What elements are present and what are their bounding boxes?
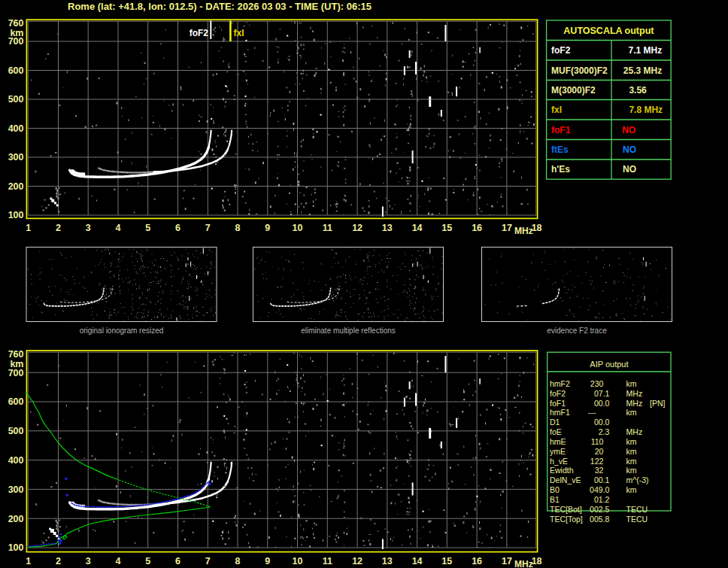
svg-text:[PN]: [PN]: [650, 399, 666, 408]
svg-text:MHz: MHz: [626, 427, 643, 436]
svg-text:7.8 MHz: 7.8 MHz: [629, 105, 663, 115]
svg-text:1: 1: [26, 223, 31, 233]
svg-text:5: 5: [145, 556, 150, 566]
svg-text:00.0: 00.0: [594, 399, 610, 408]
svg-text:NO: NO: [622, 125, 635, 135]
svg-text:Ewidth: Ewidth: [550, 466, 574, 475]
svg-text:14: 14: [412, 223, 423, 233]
svg-text:500: 500: [8, 426, 24, 436]
svg-text:MHz: MHz: [514, 559, 533, 568]
svg-text:km: km: [626, 379, 637, 388]
svg-text:18: 18: [532, 223, 542, 233]
svg-text:5: 5: [145, 223, 150, 233]
svg-text:122: 122: [590, 457, 604, 466]
svg-text:3: 3: [86, 223, 91, 233]
svg-text:foF1: foF1: [550, 399, 566, 408]
svg-text:fxI: fxI: [234, 28, 244, 38]
svg-text:TECU: TECU: [626, 515, 648, 524]
svg-text:DelN_vE: DelN_vE: [550, 475, 581, 484]
svg-text:evidence F2 trace: evidence F2 trace: [547, 327, 607, 335]
svg-text:700: 700: [8, 368, 24, 378]
svg-text:10: 10: [293, 223, 303, 233]
svg-text:6: 6: [175, 556, 180, 566]
svg-text:10: 10: [293, 556, 303, 566]
svg-text:300: 300: [8, 484, 24, 495]
svg-text:200: 200: [8, 181, 24, 192]
svg-text:3: 3: [86, 556, 91, 566]
svg-text:500: 500: [8, 94, 24, 105]
svg-text:ymE: ymE: [550, 447, 566, 456]
svg-text:400: 400: [8, 123, 24, 134]
svg-text:D1: D1: [550, 418, 560, 427]
svg-text:9: 9: [265, 223, 270, 233]
svg-text:6: 6: [175, 223, 180, 233]
svg-text:1: 1: [26, 556, 31, 566]
svg-text:h'Es: h'Es: [551, 164, 570, 175]
svg-text:MHz: MHz: [626, 399, 643, 408]
svg-text:ftEs: ftEs: [551, 144, 569, 155]
svg-text:16: 16: [472, 223, 482, 233]
svg-text:9: 9: [265, 556, 270, 566]
svg-text:foF1: foF1: [551, 125, 571, 135]
svg-text:700: 700: [8, 36, 24, 47]
svg-text:400: 400: [8, 455, 24, 466]
svg-text:km: km: [626, 437, 637, 446]
svg-text:M(3000)F2: M(3000)F2: [551, 85, 596, 96]
svg-text:7: 7: [205, 223, 211, 233]
svg-text:12: 12: [352, 556, 362, 566]
svg-text:11: 11: [323, 556, 332, 566]
svg-text:foF2: foF2: [550, 389, 566, 398]
svg-text:TEC[Top]: TEC[Top]: [550, 515, 583, 524]
svg-text:B1: B1: [550, 495, 560, 504]
svg-text:7.1 MHz: 7.1 MHz: [629, 45, 663, 56]
svg-text:15: 15: [441, 556, 452, 566]
svg-text:TEC[Bot]: TEC[Bot]: [550, 505, 582, 514]
svg-text:230: 230: [590, 379, 604, 388]
svg-text:00.0: 00.0: [594, 418, 610, 427]
svg-text:8: 8: [235, 223, 241, 233]
svg-text:11: 11: [323, 223, 332, 233]
svg-text:km: km: [626, 485, 637, 494]
svg-text:25.3 MHz: 25.3 MHz: [623, 65, 662, 76]
svg-text:100: 100: [8, 542, 24, 553]
svg-text:AUTOSCALA output: AUTOSCALA output: [563, 26, 654, 36]
svg-text:600: 600: [8, 65, 24, 76]
svg-text:4: 4: [116, 556, 121, 566]
svg-text:2: 2: [56, 223, 61, 233]
svg-text:m^(-3): m^(-3): [626, 475, 649, 484]
svg-text:km: km: [626, 457, 637, 466]
svg-text:2.3: 2.3: [599, 427, 610, 436]
svg-text:7: 7: [205, 556, 211, 566]
svg-text:fxI: fxI: [551, 105, 562, 115]
svg-text:00.1: 00.1: [594, 475, 610, 484]
svg-text:km: km: [626, 466, 637, 475]
svg-text:17: 17: [502, 223, 512, 233]
svg-text:hmF2: hmF2: [550, 379, 570, 388]
svg-text:13: 13: [382, 223, 393, 233]
svg-text:100: 100: [8, 210, 24, 220]
svg-text:01.2: 01.2: [594, 495, 610, 504]
svg-text:hmE: hmE: [550, 437, 566, 446]
svg-text:07.1: 07.1: [594, 389, 610, 398]
svg-text:005.8: 005.8: [590, 515, 609, 524]
svg-text:km: km: [626, 447, 637, 456]
svg-text:MHz: MHz: [626, 389, 643, 398]
svg-text:Rome (lat: +41.8, lon: 012.5): Rome (lat: +41.8, lon: 012.5) - DATE: 20…: [68, 1, 372, 12]
svg-text:15: 15: [441, 223, 452, 233]
svg-text:B0: B0: [550, 485, 560, 494]
svg-text:600: 600: [8, 396, 24, 407]
svg-text:200: 200: [8, 514, 24, 524]
svg-text:TECU: TECU: [626, 505, 648, 514]
svg-text:eliminate multiple reflections: eliminate multiple reflections: [301, 327, 396, 335]
svg-text:18: 18: [532, 556, 542, 566]
svg-text:17: 17: [502, 556, 512, 566]
svg-text:NO: NO: [623, 164, 636, 175]
svg-text:foE: foE: [550, 427, 562, 436]
svg-text:NO: NO: [623, 144, 636, 155]
svg-text:110: 110: [591, 437, 604, 446]
svg-text:hmF1: hmF1: [550, 408, 570, 417]
svg-text:13: 13: [382, 556, 393, 566]
svg-text:300: 300: [8, 152, 24, 163]
svg-text:760: 760: [8, 18, 24, 29]
svg-text:2: 2: [56, 556, 61, 566]
